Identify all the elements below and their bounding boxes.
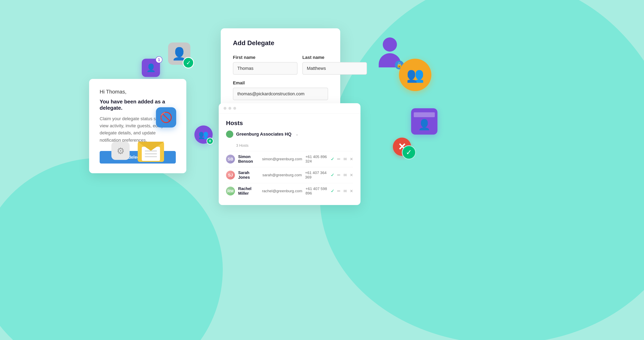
status-check-icon: ✓ (331, 188, 334, 194)
close-icon[interactable]: ✕ (350, 173, 353, 177)
first-name-label: First name (233, 55, 298, 60)
close-icon[interactable]: ✕ (350, 157, 353, 161)
mail-icon[interactable]: ✉ (344, 189, 347, 193)
mail-icon[interactable]: ✉ (344, 157, 347, 161)
badge-count: 1 (156, 56, 162, 63)
person-lock-body: 🔒 (379, 37, 401, 67)
host-row: SJ Sarah Jones sarah@greenburg.com +61 4… (226, 167, 353, 183)
close-icon[interactable]: ✕ (350, 189, 353, 193)
calendar-person-icon: 👤 (418, 119, 430, 131)
window-dot-3 (233, 107, 236, 110)
envelope-body (138, 142, 164, 162)
plus-badge: + (206, 138, 214, 144)
host-row: RM Rachel Miller rachel@greenburg.com +6… (226, 183, 353, 199)
host-phone-sarah: +61 407 364 369 (305, 171, 328, 180)
host-email-simon: simon@greenburg.com (262, 157, 302, 161)
edit-icon[interactable]: ✏ (337, 189, 341, 193)
settings-filter-icon[interactable]: ⚙ (112, 142, 130, 160)
avatar-with-check: 👤 ✓ (168, 42, 190, 65)
check-icon: ✓ (186, 59, 191, 66)
envelope-line-2 (145, 153, 157, 154)
approve-icon: ✓ (402, 145, 416, 159)
eye-slash-icon-button[interactable]: 🚫 (156, 107, 176, 127)
host-actions-sarah: ✓ ✏ ✉ ✕ (331, 172, 353, 178)
email-label: Email (233, 80, 328, 86)
hosts-header-bar (219, 103, 360, 113)
host-phone-simon: +61 405 896 324 (306, 155, 328, 164)
org-name: Greenburg Associates HQ (236, 132, 292, 137)
host-email-rachel: rachel@greenburg.com (262, 189, 302, 193)
envelope-line-3 (145, 156, 157, 157)
person-with-lock-icon: 🔒 (379, 37, 401, 67)
first-name-group: First name (233, 55, 298, 75)
host-actions-simon: ✓ ✏ ✉ ✕ (331, 156, 353, 162)
status-check-icon: ✓ (331, 156, 334, 162)
workflow-icon: 👥 (406, 67, 424, 83)
host-name-sarah: Sarah Jones (238, 170, 259, 180)
status-check-icon: ✓ (331, 172, 334, 178)
host-name-rachel: Rachel Miller (238, 186, 259, 196)
workflow-circle-icon: 👥 (399, 59, 431, 91)
host-avatar-sarah: SJ (226, 171, 235, 180)
person-head (383, 37, 397, 52)
last-name-input[interactable] (302, 62, 367, 75)
person-icon: 👥 (198, 130, 208, 139)
edit-icon[interactable]: ✏ (337, 157, 341, 161)
add-user-icon[interactable]: 👥 + (194, 125, 213, 144)
filter-icon: ⚙ (117, 146, 124, 156)
host-row: SB Simon Benson simon@greenburg.com +61 … (226, 151, 353, 167)
host-avatar-simon: SB (226, 155, 235, 164)
scene: 👤 1 👤 ✓ Hi Thomas, You have been added a… (0, 0, 644, 340)
name-form-row: First name Last name (233, 55, 328, 75)
chevron-down-icon: ⌄ (296, 132, 298, 136)
mail-icon[interactable]: ✉ (344, 173, 347, 177)
host-email-sarah: sarah@greenburg.com (262, 173, 302, 177)
window-dot-1 (224, 107, 226, 110)
notification-greeting: Hi Thomas, (100, 89, 176, 95)
calendar-icon: 👤 (411, 108, 438, 135)
host-actions-rachel: ✓ ✏ ✉ ✕ (331, 188, 353, 194)
org-icon (226, 131, 233, 138)
calendar-header-bar (414, 112, 435, 117)
org-count: 3 Hosts (236, 143, 353, 148)
host-avatar-rachel: RM (226, 187, 235, 196)
user-icon: 👤 (146, 63, 156, 72)
host-name-simon: Simon Benson (238, 154, 259, 164)
envelope-icon (138, 142, 164, 162)
email-input[interactable] (233, 88, 328, 100)
modal-title: Add Delegate (233, 39, 328, 47)
hosts-body: Hosts Greenburg Associates HQ ⌄ 3 Hosts … (219, 113, 360, 205)
eye-icon: 🚫 (160, 111, 172, 123)
first-name-input[interactable] (233, 62, 298, 75)
notification-badge-icon: 👤 1 (142, 59, 160, 77)
envelope-flap (138, 142, 164, 151)
last-name-label: Last name (302, 55, 367, 60)
hosts-title: Hosts (226, 120, 353, 126)
avatar-check-circle: ✓ (183, 57, 194, 68)
window-dot-2 (228, 107, 231, 110)
host-phone-rachel: +61 407 598 896 (306, 187, 328, 196)
hosts-card: Hosts Greenburg Associates HQ ⌄ 3 Hosts … (219, 103, 360, 205)
last-name-group: Last name (302, 55, 367, 75)
check-x-cluster: ✕ ✓ (393, 138, 411, 156)
org-row[interactable]: Greenburg Associates HQ ⌄ (226, 131, 353, 138)
edit-icon[interactable]: ✏ (337, 173, 341, 177)
email-group: Email (233, 80, 328, 100)
